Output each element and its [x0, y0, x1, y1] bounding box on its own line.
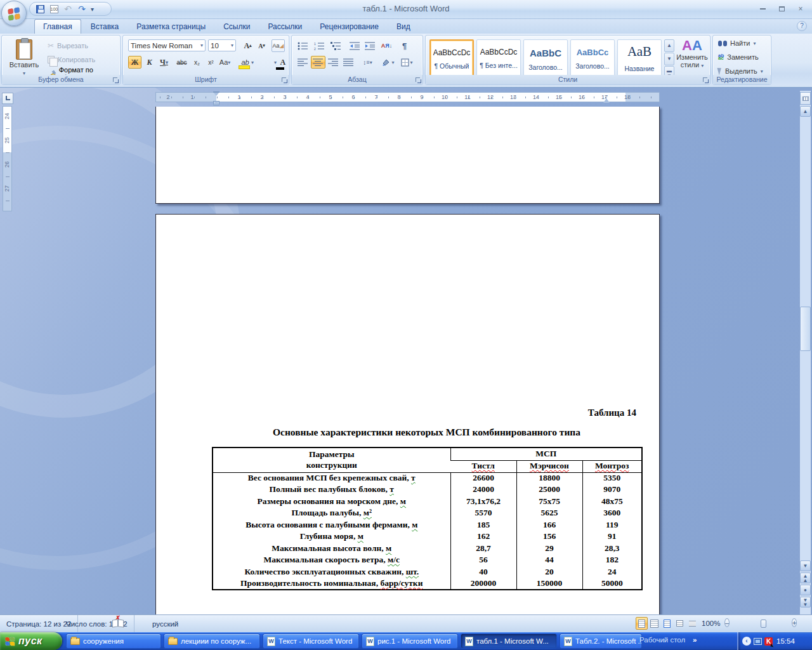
table-cell[interactable]: 182 [582, 555, 642, 567]
zoom-in-icon[interactable]: + [792, 619, 797, 627]
table-cell[interactable]: 25000 [516, 484, 582, 496]
table-cell[interactable]: 162 [450, 531, 516, 543]
zoom-level[interactable]: 100% [702, 620, 720, 627]
previous-page-icon[interactable]: ▲▲ [800, 573, 811, 583]
font-name-combo[interactable]: Times New Roman▾ [128, 39, 206, 51]
style-item-3[interactable]: AaBbCcЗаголово... [570, 39, 615, 79]
table-caption[interactable]: Таблица 14 [212, 408, 641, 418]
shading-icon[interactable]: ▾ [381, 56, 395, 69]
ribbon-tab-4[interactable]: Рассылки [259, 19, 310, 34]
change-styles-button[interactable]: АА Изменить стили ▾ [676, 38, 709, 69]
taskbar-button-3[interactable]: Wрис.1 - Microsoft Word [362, 633, 458, 649]
table-header-col-0[interactable]: Тистл [450, 460, 516, 472]
minimize-button[interactable] [756, 3, 769, 14]
table-header-group[interactable]: МСП [450, 448, 642, 460]
table-cell[interactable]: 29 [516, 543, 582, 555]
taskbar-clock[interactable]: 15:54 [776, 637, 795, 645]
change-case-button[interactable]: Аа▾ [218, 56, 232, 69]
shrink-font-button[interactable]: А▾ [255, 39, 268, 52]
underline-button[interactable]: Ч▾ [157, 56, 171, 69]
highlight-button[interactable]: ab [239, 56, 252, 69]
table-cell[interactable]: 166 [516, 519, 582, 531]
ribbon-tab-5[interactable]: Рецензирование [311, 19, 387, 34]
scroll-up-icon[interactable]: ▲ [800, 106, 811, 117]
ribbon-tab-6[interactable]: Вид [388, 19, 419, 34]
outline-view-icon[interactable] [674, 617, 686, 630]
clear-formatting-button[interactable]: Aa◢ [272, 39, 285, 52]
data-table[interactable]: ПараметрыконструкцииМСПТистлМэрчисонМонт… [212, 447, 643, 590]
taskbar-button-5[interactable]: WТабл.2. - Microsoft ... [560, 633, 642, 649]
select-browse-object-icon[interactable]: ● [800, 585, 811, 595]
toolbar-overflow-icon[interactable]: » [693, 636, 697, 644]
numbering-icon[interactable]: 12 [312, 39, 327, 52]
right-indent-marker[interactable] [603, 95, 610, 103]
next-page-icon[interactable]: ▼▼ [800, 597, 811, 607]
style-item-0[interactable]: AaBbCcDc¶ Обычный [429, 39, 474, 79]
table-header-col-2[interactable]: Монтроз [582, 460, 642, 472]
dialog-launcher-clipboard[interactable] [112, 77, 119, 83]
table-row[interactable]: Количество эксплуатационных скважин, шт.… [213, 566, 642, 578]
row-label[interactable]: Площадь палубы, м² [213, 508, 450, 520]
taskbar-button-4[interactable]: Wтабл.1 - Microsoft W... [461, 633, 557, 649]
vertical-ruler[interactable]: 24252627 [3, 106, 12, 211]
table-cell[interactable]: 119 [582, 519, 642, 531]
fullscreen-reading-view-icon[interactable] [648, 617, 660, 630]
table-cell[interactable]: 40 [450, 566, 516, 578]
table-cell[interactable]: 3600 [582, 508, 642, 520]
table-row[interactable]: Полный вес палубных блоков, т24000250009… [213, 484, 642, 496]
italic-button[interactable]: К [143, 56, 156, 69]
multilevel-list-icon[interactable] [329, 39, 343, 52]
table-cell[interactable]: 18800 [516, 472, 582, 484]
table-cell[interactable]: 73,1х76,2 [450, 496, 516, 508]
table-cell[interactable]: 91 [582, 531, 642, 543]
table-cell[interactable]: 156 [516, 531, 582, 543]
table-cell[interactable]: 48х75 [582, 496, 642, 508]
row-label[interactable]: Максимальная высота волн, м [213, 543, 450, 555]
font-color-button[interactable]: А [276, 56, 289, 69]
show-marks-icon[interactable]: ¶ [397, 39, 412, 52]
table-cell[interactable]: 150000 [516, 578, 582, 590]
row-label[interactable]: Производительность номинальная, барр/сут… [213, 578, 450, 590]
style-item-1[interactable]: AaBbCcDc¶ Без инте... [476, 39, 521, 79]
hide-icons-chevron-icon[interactable]: ‹ [742, 637, 751, 646]
taskbar-button-1[interactable]: лекциии по сооруж... [164, 633, 260, 649]
page-previous[interactable] [155, 107, 660, 204]
grow-font-button[interactable]: А▴ [241, 39, 254, 52]
table-row[interactable]: Глубина моря, м16215691 [213, 531, 642, 543]
table-cell[interactable]: 50000 [582, 578, 642, 590]
table-cell[interactable]: 75х75 [516, 496, 582, 508]
horizontal-ruler[interactable]: 21123456789101112131415161718 [155, 92, 660, 102]
line-spacing-icon[interactable]: ↕≡▾ [360, 56, 375, 69]
dialog-launcher-paragraph[interactable] [415, 77, 421, 83]
align-right-icon[interactable] [326, 56, 341, 69]
increase-indent-icon[interactable] [363, 39, 377, 52]
style-item-4[interactable]: АаВНазвание [617, 39, 662, 79]
zoom-slider-thumb[interactable] [761, 620, 766, 628]
subscript-button[interactable]: х₂ [190, 56, 204, 69]
row-label[interactable]: Глубина моря, м [213, 531, 450, 543]
table-cell[interactable]: 5625 [516, 508, 582, 520]
replace-button[interactable]: abacЗаменить [718, 51, 771, 63]
table-cell[interactable]: 44 [516, 555, 582, 567]
antivirus-icon[interactable]: K [764, 637, 773, 646]
table-row[interactable]: Максимальная скорость ветра, м/с5644182 [213, 555, 642, 567]
table-row[interactable]: Площадь палубы, м²557056253600 [213, 508, 642, 520]
table-cell[interactable]: 28,7 [450, 543, 516, 555]
align-left-icon[interactable] [296, 56, 310, 69]
table-cell[interactable]: 24 [582, 566, 642, 578]
row-label[interactable]: Количество эксплуатационных скважин, шт. [213, 566, 450, 578]
table-row[interactable]: Производительность номинальная, барр/сут… [213, 578, 642, 590]
table-header-col-1[interactable]: Мэрчисон [516, 460, 582, 472]
hanging-indent-marker[interactable] [213, 101, 219, 105]
display-settings-icon[interactable] [754, 638, 762, 645]
help-button[interactable]: ? [797, 21, 807, 31]
strikethrough-button[interactable]: abc [175, 56, 188, 69]
print-layout-view-icon[interactable] [636, 617, 648, 630]
scrollbar-thumb[interactable] [800, 307, 811, 351]
page-current[interactable]: Таблица 14 Основные характеристики некот… [155, 214, 660, 614]
table-cell[interactable]: 5350 [582, 472, 642, 484]
office-button[interactable] [1, 1, 27, 26]
find-button[interactable]: Найти▾ [718, 37, 771, 50]
borders-icon[interactable]: ▾ [400, 56, 414, 69]
row-label[interactable]: Вес основания МСП без крепежных свай, т [213, 472, 450, 484]
